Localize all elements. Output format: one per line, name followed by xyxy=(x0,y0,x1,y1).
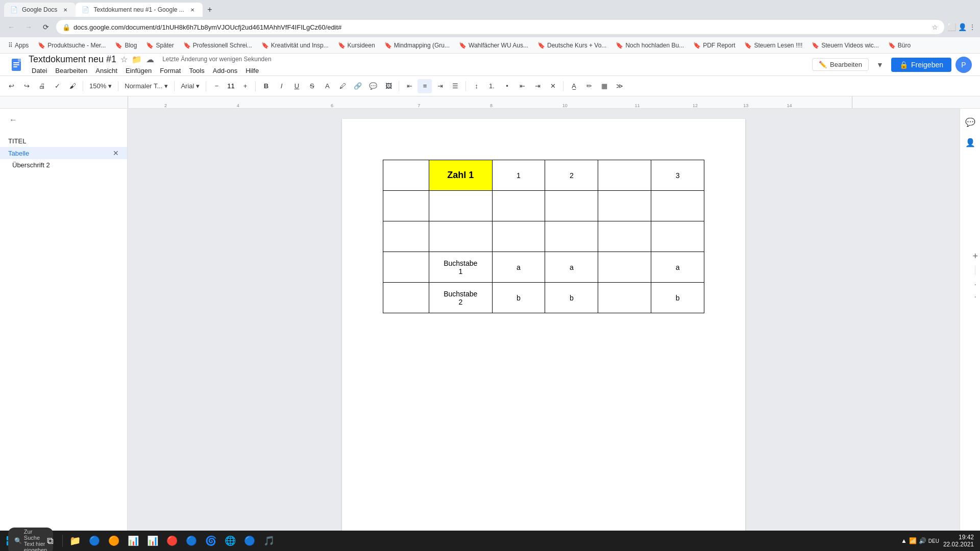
tab-google-docs[interactable]: 📄 Google Docs ✕ xyxy=(4,3,76,17)
extension-icon[interactable]: ⬜ xyxy=(947,23,956,31)
bookmark-pdf[interactable]: 🔖 PDF Report xyxy=(689,40,739,51)
new-tab-button[interactable]: + xyxy=(203,3,217,17)
table-cell-r4c5[interactable]: b xyxy=(651,283,704,313)
menu-datei[interactable]: Datei xyxy=(29,66,50,76)
taskbar-clock[interactable]: 19:42 22.02.2021 xyxy=(943,534,974,548)
outline-close-icon[interactable]: ✕ xyxy=(113,149,119,157)
bookmark-kreativität[interactable]: 🔖 Kreativität und Insp... xyxy=(257,40,333,51)
comments-panel-button[interactable]: 💬 xyxy=(961,113,979,131)
table-cell-r4c1-buchstabe2[interactable]: Buchstabe2 xyxy=(429,283,493,313)
menu-addons[interactable]: Add-ons xyxy=(210,66,240,76)
table-cell-r1c0[interactable] xyxy=(383,191,429,221)
print-button[interactable]: 🖨 xyxy=(35,79,49,93)
taskbar-apps7-button[interactable]: 🌀 xyxy=(202,532,220,550)
column-button[interactable]: ▦ xyxy=(597,79,611,93)
bookmark-kursideen[interactable]: 🔖 Kursideen xyxy=(334,40,379,51)
bookmark-steuern-videos[interactable]: 🔖 Steuern Videos wic... xyxy=(807,40,883,51)
table-cell-r0c4[interactable] xyxy=(598,160,651,191)
cloud-icon[interactable]: ☁ xyxy=(146,55,154,64)
undo-button[interactable]: ↩ xyxy=(4,79,18,93)
outline-item-titel[interactable]: TITEL xyxy=(0,135,127,147)
indent-decrease-button[interactable]: ⇤ xyxy=(515,79,529,93)
style-select[interactable]: Normaler T... ▾ xyxy=(121,79,171,93)
table-cell-r0c0[interactable] xyxy=(383,160,429,191)
font-size-increase-button[interactable]: + xyxy=(238,79,252,93)
bookmark-blog[interactable]: 🔖 Blog xyxy=(111,40,141,51)
doc-table[interactable]: Zahl 1 1 2 3 xyxy=(383,160,704,313)
align-justify-button[interactable]: ☰ xyxy=(448,79,462,93)
spellcheck-button[interactable]: ✓ xyxy=(50,79,64,93)
menu-ansicht[interactable]: Ansicht xyxy=(92,66,120,76)
taskbar-apps3-button[interactable]: 📊 xyxy=(124,532,142,550)
dot2-icon[interactable]: · xyxy=(974,292,976,300)
clear-formatting-button[interactable]: ✕ xyxy=(546,79,560,93)
taskbar-apps4-button[interactable]: 📊 xyxy=(143,532,162,550)
table-cell-r0c3[interactable]: 2 xyxy=(545,160,598,191)
paint-format-button[interactable]: 🖌 xyxy=(65,79,80,93)
bookmark-apps[interactable]: ⠿ Apps xyxy=(4,40,33,51)
highlight-color-button[interactable]: ✏ xyxy=(582,79,596,93)
tab-close-active-button[interactable]: ✕ xyxy=(188,6,197,14)
taskbar-apps8-button[interactable]: 🌐 xyxy=(221,532,239,550)
redo-button[interactable]: ↪ xyxy=(19,79,34,93)
bookmark-deutsche[interactable]: 🔖 Deutsche Kurs + Vo... xyxy=(533,40,610,51)
table-cell-r4c3[interactable]: b xyxy=(545,283,598,313)
table-cell-r3c1-buchstabe1[interactable]: Buchstabe1 xyxy=(429,252,493,283)
taskbar-apps2-button[interactable]: 🟠 xyxy=(105,532,123,550)
bearbeiten-button[interactable]: ✏️ Bearbeiten xyxy=(812,58,869,71)
doc-page[interactable]: Zahl 1 1 2 3 xyxy=(342,119,745,551)
more-button[interactable]: ≫ xyxy=(612,79,627,93)
table-cell-r0c2[interactable]: 1 xyxy=(492,160,545,191)
comment-button[interactable]: 💬 xyxy=(366,79,380,93)
bookmark-später[interactable]: 🔖 Später xyxy=(142,40,178,51)
sidebar-back-button[interactable]: ← xyxy=(6,113,20,127)
table-cell-r0c1-zahl1[interactable]: Zahl 1 xyxy=(429,160,493,191)
bold-button[interactable]: B xyxy=(259,79,273,93)
table-cell-r2c4[interactable] xyxy=(598,221,651,252)
bookmark-mindmapping[interactable]: 🔖 Mindmapping (Gru... xyxy=(380,40,454,51)
bookmark-büro[interactable]: 🔖 Büro xyxy=(884,40,915,51)
taskbar-apps5-button[interactable]: 🔴 xyxy=(163,532,181,550)
table-cell-r3c5[interactable]: a xyxy=(651,252,704,283)
align-right-button[interactable]: ⇥ xyxy=(433,79,447,93)
star-icon[interactable]: ☆ xyxy=(120,55,128,64)
task-view-button[interactable]: ⧉ xyxy=(41,532,59,550)
bookmark-produktsuche[interactable]: 🔖 Produktsuche - Mer... xyxy=(34,40,110,51)
line-spacing-button[interactable]: ↕ xyxy=(469,79,483,93)
outline-item-tabelle[interactable]: Tabelle ✕ xyxy=(0,147,127,159)
taskbar-apps10-button[interactable]: 🎵 xyxy=(260,532,278,550)
font-size-value[interactable]: 11 xyxy=(225,82,237,90)
add-icon[interactable]: + xyxy=(972,251,978,262)
chat-panel-button[interactable]: 👤 xyxy=(961,133,979,152)
underline-button[interactable]: U xyxy=(289,79,304,93)
bookmark-steuern-lesen[interactable]: 🔖 Steuern Lesen !!!! xyxy=(740,40,806,51)
table-cell-r4c2[interactable]: b xyxy=(492,283,545,313)
table-cell-r2c5[interactable] xyxy=(651,221,704,252)
taskbar-apps9-button[interactable]: 🔵 xyxy=(240,532,259,550)
tray-up-icon[interactable]: ▲ xyxy=(901,537,907,544)
indent-increase-button[interactable]: ⇥ xyxy=(530,79,545,93)
doc-title[interactable]: Textdokument neu #1 xyxy=(29,54,116,65)
table-cell-r4c0[interactable] xyxy=(383,283,429,313)
table-cell-r1c3[interactable] xyxy=(545,191,598,221)
strikethrough-button[interactable]: S xyxy=(305,79,319,93)
bookmark-noch[interactable]: 🔖 Noch hochladen Bu... xyxy=(611,40,688,51)
expand-button[interactable]: ▼ xyxy=(873,58,887,72)
font-select[interactable]: Arial ▾ xyxy=(178,79,203,93)
tab-textdokument[interactable]: 📄 Textdokument neu #1 - Google ... ✕ xyxy=(76,3,202,17)
table-cell-r2c0[interactable] xyxy=(383,221,429,252)
reload-button[interactable]: ⟳ xyxy=(39,20,53,34)
italic-button[interactable]: I xyxy=(274,79,288,93)
font-size-decrease-button[interactable]: − xyxy=(209,79,224,93)
table-cell-r1c2[interactable] xyxy=(492,191,545,221)
table-cell-r1c4[interactable] xyxy=(598,191,651,221)
text-color-button[interactable]: A xyxy=(320,79,334,93)
menu-hilfe[interactable]: Hilfe xyxy=(242,66,262,76)
menu-format[interactable]: Format xyxy=(157,66,184,76)
menu-tools[interactable]: Tools xyxy=(186,66,207,76)
taskbar-apps6-button[interactable]: 🔵 xyxy=(182,532,201,550)
numbered-list-button[interactable]: 1. xyxy=(484,79,499,93)
bookmark-professionell[interactable]: 🔖 Professionell Schrei... xyxy=(179,40,256,51)
table-cell-r1c1[interactable] xyxy=(429,191,493,221)
dot-icon[interactable]: · xyxy=(974,280,976,288)
